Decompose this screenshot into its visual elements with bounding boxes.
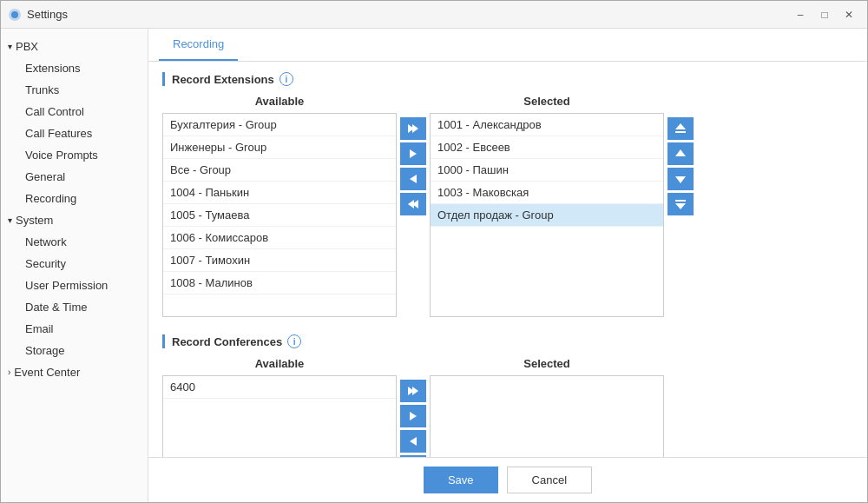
- move-all-right-button[interactable]: [400, 117, 426, 140]
- sidebar-group-pbx-children: Extensions Trunks Call Control Call Feat…: [1, 57, 148, 209]
- sidebar-item-recording[interactable]: Recording: [1, 188, 148, 209]
- cancel-button[interactable]: Cancel: [507, 467, 592, 493]
- tab-recording[interactable]: Recording: [159, 29, 238, 61]
- sidebar-item-date-time[interactable]: Date & Time: [1, 296, 148, 318]
- list-item[interactable]: 1006 - Комиссаров: [163, 227, 396, 249]
- list-item[interactable]: 1004 - Панькин: [163, 182, 396, 204]
- record-extensions-title: Record Extensions i: [162, 72, 853, 86]
- sidebar-item-extensions[interactable]: Extensions: [1, 57, 148, 79]
- list-item[interactable]: Бухгалтерия - Group: [163, 114, 396, 136]
- tabs-bar: Recording: [148, 29, 867, 62]
- sidebar-item-email[interactable]: Email: [1, 318, 148, 340]
- list-item[interactable]: 1007 - Тимохин: [163, 249, 396, 272]
- chevron-right-icon-event: ›: [8, 367, 10, 377]
- sidebar-item-user-permission[interactable]: User Permission: [1, 275, 148, 296]
- selected-label: Selected: [430, 95, 664, 108]
- svg-marker-16: [410, 412, 417, 420]
- record-extensions-section: Record Extensions i Available Бухгалтери…: [162, 72, 853, 317]
- list-item[interactable]: 1008 - Малинов: [163, 272, 396, 295]
- sidebar-group-system-children: Network Security User Permission Date & …: [1, 231, 148, 361]
- main-panel: Recording Record Extensions i Available: [148, 29, 867, 502]
- available-extensions-wrap: Available Бухгалтерия - Group Инженеры -…: [162, 95, 397, 317]
- list-item[interactable]: 1003 - Маковская: [431, 182, 663, 204]
- list-item[interactable]: Все - Group: [163, 159, 396, 182]
- sidebar-item-storage[interactable]: Storage: [1, 340, 148, 361]
- sidebar-group-pbx[interactable]: ▾ PBX: [1, 36, 148, 57]
- main-content: Record Extensions i Available Бухгалтери…: [148, 62, 867, 502]
- list-item[interactable]: 1001 - Александров: [431, 114, 663, 136]
- sidebar-item-network[interactable]: Network: [1, 231, 148, 253]
- titlebar: Settings – □ ✕: [1, 1, 867, 29]
- minimize-button[interactable]: –: [789, 5, 812, 24]
- sidebar-item-trunks[interactable]: Trunks: [1, 79, 148, 101]
- sidebar-item-call-features[interactable]: Call Features: [1, 122, 148, 144]
- footer-actions: Save Cancel: [148, 457, 867, 502]
- maximize-button[interactable]: □: [813, 5, 836, 24]
- move-top-button[interactable]: [667, 117, 694, 140]
- available-conf-label: Available: [162, 357, 397, 370]
- svg-marker-4: [410, 149, 417, 158]
- move-left-button[interactable]: [400, 168, 426, 190]
- selected-conf-label: Selected: [430, 357, 664, 370]
- sidebar-group-system[interactable]: ▾ System: [1, 209, 148, 231]
- content-area: ▾ PBX Extensions Trunks Call Control Cal…: [1, 29, 867, 502]
- move-all-left-button[interactable]: [400, 193, 426, 215]
- list-item[interactable]: Отдел продаж - Group: [431, 204, 663, 227]
- sidebar-item-security[interactable]: Security: [1, 253, 148, 275]
- record-extensions-info-icon[interactable]: i: [279, 72, 293, 86]
- conf-move-right-button[interactable]: [400, 405, 426, 427]
- record-conferences-title: Record Conferences i: [162, 334, 853, 348]
- svg-marker-12: [675, 203, 686, 209]
- move-bottom-button[interactable]: [667, 193, 694, 215]
- close-button[interactable]: ✕: [838, 5, 860, 24]
- record-extensions-transfer: Available Бухгалтерия - Group Инженеры -…: [162, 95, 853, 317]
- list-item[interactable]: 1002 - Евсеев: [431, 136, 663, 159]
- sidebar: ▾ PBX Extensions Trunks Call Control Cal…: [1, 29, 148, 502]
- svg-marker-8: [675, 123, 686, 129]
- available-label: Available: [162, 95, 397, 108]
- sidebar-item-call-control[interactable]: Call Control: [1, 101, 148, 122]
- selected-extensions-wrap: Selected 1001 - Александров 1002 - Евсее…: [430, 95, 664, 317]
- svg-rect-13: [675, 200, 686, 202]
- conf-move-left-button[interactable]: [400, 430, 426, 453]
- svg-point-1: [11, 11, 18, 18]
- svg-marker-3: [412, 124, 418, 133]
- svg-marker-17: [410, 437, 417, 446]
- move-up-button[interactable]: [667, 142, 694, 165]
- svg-marker-5: [410, 175, 417, 183]
- conf-move-all-right-button[interactable]: [400, 380, 426, 402]
- selected-extensions-list[interactable]: 1001 - Александров 1002 - Евсеев 1000 - …: [430, 113, 664, 317]
- app-icon: [8, 8, 22, 22]
- transfer-buttons: [400, 95, 426, 215]
- save-button[interactable]: Save: [424, 467, 498, 493]
- window-controls: – □ ✕: [789, 5, 860, 24]
- sidebar-group-event-center-label: Event Center: [14, 366, 80, 379]
- order-buttons: [667, 95, 694, 215]
- list-item[interactable]: 1000 - Пашин: [431, 159, 663, 182]
- svg-marker-11: [675, 176, 686, 183]
- svg-marker-15: [412, 387, 418, 395]
- sidebar-group-event-center[interactable]: › Event Center: [1, 361, 148, 383]
- window-title: Settings: [27, 8, 789, 21]
- list-item[interactable]: 6400: [163, 376, 396, 399]
- sidebar-item-voice-prompts[interactable]: Voice Prompts: [1, 144, 148, 166]
- svg-marker-10: [675, 149, 686, 156]
- sidebar-group-pbx-label: PBX: [16, 40, 38, 53]
- list-item[interactable]: Инженеры - Group: [163, 136, 396, 159]
- move-down-button[interactable]: [667, 168, 694, 190]
- sidebar-group-system-label: System: [16, 214, 53, 227]
- move-right-button[interactable]: [400, 142, 426, 165]
- chevron-down-icon-system: ▾: [8, 215, 12, 225]
- svg-rect-9: [675, 131, 686, 133]
- sidebar-item-general[interactable]: General: [1, 166, 148, 188]
- list-item[interactable]: 1005 - Тумаева: [163, 204, 396, 227]
- settings-window: Settings – □ ✕ ▾ PBX Extensions Trunks C…: [0, 0, 868, 503]
- chevron-down-icon: ▾: [8, 42, 12, 51]
- available-extensions-list[interactable]: Бухгалтерия - Group Инженеры - Group Все…: [162, 113, 397, 317]
- record-conferences-info-icon[interactable]: i: [287, 334, 301, 348]
